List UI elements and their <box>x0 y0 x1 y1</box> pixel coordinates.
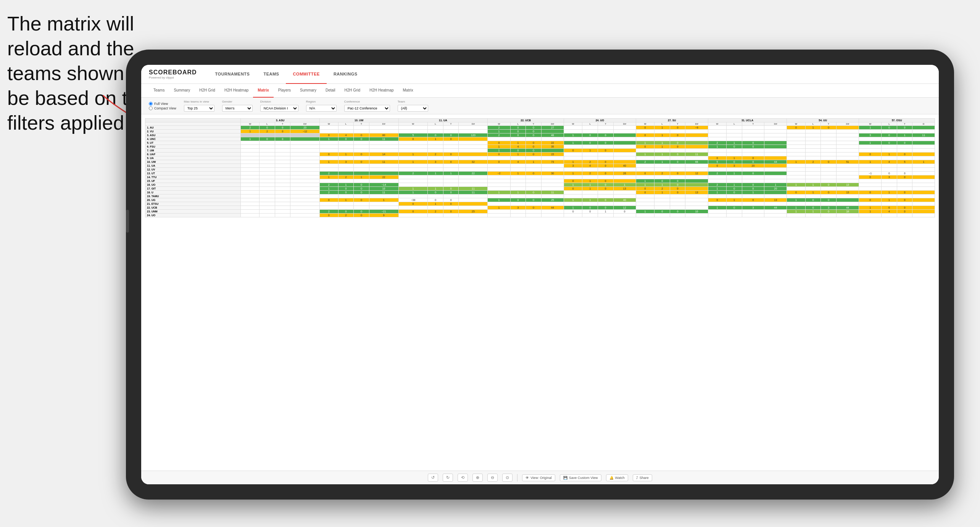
matrix-cell <box>290 179 320 183</box>
watch-button[interactable]: 🔔 Watch <box>606 474 628 481</box>
matrix-cell <box>241 194 260 198</box>
matrix-cell <box>598 214 614 217</box>
matrix-cell: 0 <box>443 137 459 141</box>
nav-rankings[interactable]: RANKINGS <box>327 65 364 84</box>
subnav-matrix2[interactable]: Matrix <box>398 84 418 98</box>
row-label: 23. UNM <box>145 210 241 214</box>
undo-button[interactable]: ↺ <box>428 474 438 482</box>
redo-button[interactable]: ↻ <box>443 474 453 482</box>
matrix-cell <box>912 191 935 194</box>
settings-button[interactable]: ⊙ <box>502 474 513 482</box>
matrix-cell <box>685 187 708 191</box>
table-row: 22. UCB13044100121034410344160 <box>145 206 935 210</box>
subnav-teams[interactable]: Teams <box>149 84 169 98</box>
matrix-cell: 3 <box>510 206 526 210</box>
matrix-cell: 0 <box>526 141 542 145</box>
row-label: 8. UAF <box>145 153 241 156</box>
nav-committee[interactable]: COMMITTEE <box>286 65 327 84</box>
matrix-cell <box>541 130 564 133</box>
matrix-cell: 0 <box>654 179 670 183</box>
matrix-cell <box>369 172 398 175</box>
matrix-cell <box>670 137 685 141</box>
subnav-players[interactable]: Players <box>274 84 295 98</box>
matrix-cell: 1 <box>636 179 654 183</box>
zoom-in-button[interactable]: ⊕ <box>472 474 483 482</box>
table-row: 2. VU120−12100 <box>145 130 935 133</box>
subnav-h2h-grid[interactable]: H2H Grid <box>195 84 220 98</box>
subnav-h2h-heatmap2[interactable]: H2H Heatmap <box>365 84 398 98</box>
matrix-cell <box>912 183 935 187</box>
matrix-cell <box>541 187 564 191</box>
tablet-side-button[interactable] <box>126 210 129 233</box>
matrix-cell <box>443 206 459 210</box>
matrix-cell <box>459 149 488 153</box>
matrix-cell: 0 <box>897 141 912 145</box>
matrix-cell <box>459 164 488 168</box>
matrix-cell <box>636 202 654 206</box>
matrix-cell <box>897 149 912 153</box>
main-content[interactable]: 3. ASU 10. UW 11. UA 22. UCB 24. UO 27. … <box>141 114 939 471</box>
subnav-summary2[interactable]: Summary <box>295 84 321 98</box>
subnav-detail[interactable]: Detail <box>321 84 340 98</box>
share-button[interactable]: ⤴ Share <box>633 474 652 481</box>
matrix-cell <box>369 149 398 153</box>
matrix-cell: 12 <box>613 206 636 210</box>
matrix-cell: −9 <box>685 126 708 130</box>
subnav-matrix[interactable]: Matrix <box>253 84 273 98</box>
matrix-cell: 0 <box>260 137 275 141</box>
matrix-cell <box>708 133 727 137</box>
save-custom-view-button[interactable]: 💾 Save Custom View <box>560 474 601 481</box>
division-select[interactable]: NCAA Division I NCAA Division II NCAA Di… <box>260 105 298 112</box>
sh-osu-w: W <box>859 122 882 126</box>
matrix-cell <box>654 194 670 198</box>
matrix-cell: 0 <box>897 206 912 210</box>
matrix-cell <box>459 130 488 133</box>
matrix-cell: 0 <box>598 206 614 210</box>
zoom-out-button[interactable]: ⊖ <box>487 474 498 482</box>
max-teams-select[interactable]: Top 25 Top 10 Top 50 <box>184 105 214 112</box>
nav-tournaments[interactable]: TOURNAMENTS <box>208 65 257 84</box>
watch-label: Watch <box>615 476 625 480</box>
conference-select[interactable]: Pac-12 Conference (All) ACC Big Ten <box>344 105 390 112</box>
matrix-cell <box>912 130 935 133</box>
subnav-h2h-heatmap[interactable]: H2H Heatmap <box>220 84 253 98</box>
refresh-button[interactable]: ⟲ <box>458 474 468 482</box>
matrix-cell: 2 <box>636 160 654 164</box>
team-select[interactable]: (All) <box>398 105 428 112</box>
matrix-cell: 1 <box>805 126 821 130</box>
sh-ucla-l: L <box>727 122 742 126</box>
view-original-button[interactable]: 👁 View: Original <box>522 474 555 481</box>
matrix-cell <box>708 137 727 141</box>
matrix-cell: 1 <box>564 183 582 187</box>
matrix-cell: 0 <box>636 187 654 191</box>
row-label: 15. UF <box>145 179 241 183</box>
matrix-cell: 3 <box>564 164 582 168</box>
region-select[interactable]: N/A East West <box>306 105 337 112</box>
nav-teams[interactable]: TEAMS <box>256 65 286 84</box>
compact-view-radio[interactable]: Compact View <box>149 106 176 110</box>
matrix-cell: 2 <box>338 175 354 179</box>
matrix-cell <box>564 194 582 198</box>
matrix-cell: 0 <box>727 160 742 164</box>
matrix-cell <box>670 164 685 168</box>
matrix-cell <box>598 191 614 194</box>
table-row: 8. UAF010141200101511011010 <box>145 153 935 156</box>
matrix-cell: 13 <box>836 183 859 187</box>
gender-select[interactable]: Men's Women's <box>222 105 253 112</box>
subnav-summary[interactable]: Summary <box>169 84 195 98</box>
matrix-container[interactable]: 3. ASU 10. UW 11. UA 22. UCB 24. UO 27. … <box>145 118 935 217</box>
matrix-cell: 27 <box>541 126 564 130</box>
subnav-h2h-grid2[interactable]: H2H Grid <box>340 84 365 98</box>
matrix-cell: 0 <box>670 153 685 156</box>
full-view-radio[interactable]: Full View <box>149 102 176 106</box>
matrix-cell: 1 <box>582 198 598 202</box>
matrix-cell: 13 <box>613 187 636 191</box>
matrix-cell <box>787 187 806 191</box>
matrix-cell <box>805 168 821 172</box>
matrix-cell <box>241 179 260 183</box>
matrix-cell <box>787 130 806 133</box>
matrix-cell <box>428 156 443 160</box>
matrix-cell <box>398 175 428 179</box>
matrix-cell: 2 <box>241 126 260 130</box>
view-toggle: Full View Compact View <box>149 102 176 110</box>
